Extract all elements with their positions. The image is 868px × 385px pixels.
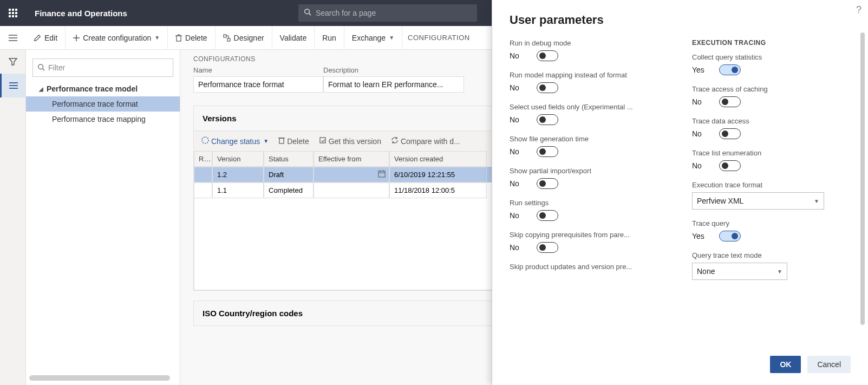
cell-status: Completed xyxy=(264,182,314,198)
toggle-field: Show file generation timeNo xyxy=(510,135,668,157)
select-value: None xyxy=(697,267,715,276)
left-rail xyxy=(0,50,26,385)
tree-item-format[interactable]: Performance trace format xyxy=(26,96,180,112)
horizontal-scrollbar[interactable] xyxy=(29,375,170,381)
execution-tracing-title: EXECUTION TRACING xyxy=(692,39,851,47)
toggle[interactable] xyxy=(537,210,558,221)
toggle[interactable] xyxy=(537,114,558,125)
field-label: Trace data access xyxy=(692,117,851,125)
cell-version: 1.1 xyxy=(212,182,264,198)
change-status-label: Change status xyxy=(211,137,260,146)
svg-rect-0 xyxy=(9,9,11,11)
svg-point-26 xyxy=(38,64,43,69)
field-label: Select used fields only (Experimental ..… xyxy=(510,103,668,111)
pencil-icon xyxy=(34,34,41,42)
delete-button[interactable]: Delete xyxy=(168,26,215,50)
trace-query-toggle[interactable] xyxy=(719,231,741,242)
edit-button[interactable]: Edit xyxy=(26,26,66,50)
status-icon xyxy=(201,136,209,146)
edit-icon xyxy=(319,136,327,146)
config-name-value[interactable]: Performance trace format xyxy=(193,76,323,93)
toggle-field: Skip copying prerequisites from pare...N… xyxy=(510,231,668,253)
tree-root[interactable]: ◢ Performance trace model xyxy=(26,81,180,96)
ok-button[interactable]: OK xyxy=(770,356,801,373)
change-status-button[interactable]: Change status ▼ xyxy=(201,136,269,146)
field-value: No xyxy=(510,147,524,156)
caret-down-icon: ◢ xyxy=(39,86,43,92)
tree-item-mapping[interactable]: Performance trace mapping xyxy=(26,112,180,127)
field-label: Collect query statistics xyxy=(692,53,851,61)
chevron-down-icon: ▼ xyxy=(154,35,160,41)
config-desc-value[interactable]: Format to learn ER performance... xyxy=(323,76,464,93)
toggle[interactable] xyxy=(719,128,741,139)
toggle[interactable] xyxy=(719,96,741,107)
toggle[interactable] xyxy=(537,178,558,189)
cell-status: Draft xyxy=(264,167,314,182)
toggle[interactable] xyxy=(537,242,558,253)
user-parameters-panel: ? User parameters Run in debug modeNoRun… xyxy=(492,0,868,385)
chevron-down-icon: ▼ xyxy=(263,138,269,144)
field-value: No xyxy=(510,83,524,92)
create-config-label: Create configuration xyxy=(83,34,151,42)
filter-input[interactable]: Filter xyxy=(32,58,173,77)
trace-query-field: Trace query Yes xyxy=(692,219,851,242)
field-value: No xyxy=(692,161,706,170)
col-status[interactable]: Status xyxy=(264,151,314,167)
toggle-field: Trace data accessNo xyxy=(692,117,851,139)
field-label: Trace access of caching xyxy=(692,85,851,93)
query-mode-select[interactable]: None ▼ xyxy=(692,263,787,280)
toggle[interactable] xyxy=(719,64,741,75)
help-icon[interactable]: ? xyxy=(856,4,862,16)
run-label: Run xyxy=(322,34,336,42)
field-label: Show partial import/export xyxy=(510,167,668,175)
field-label: Trace list enumeration xyxy=(692,149,851,157)
field-label: Skip copying prerequisites from pare... xyxy=(510,231,668,239)
cell-created: 6/10/2019 12:21:55 xyxy=(389,167,487,182)
svg-rect-7 xyxy=(12,15,14,17)
validate-button[interactable]: Validate xyxy=(272,26,315,50)
chevron-down-icon: ▼ xyxy=(389,35,394,41)
toggle-field: Select used fields only (Experimental ..… xyxy=(510,103,668,125)
col-r[interactable]: R... xyxy=(194,151,212,167)
svg-rect-1 xyxy=(12,9,14,11)
toggle[interactable] xyxy=(537,146,558,157)
exec-trace-format-select[interactable]: Perfview XML ▼ xyxy=(692,192,824,210)
create-config-button[interactable]: Create configuration ▼ xyxy=(66,26,168,50)
versions-delete-button[interactable]: Delete xyxy=(278,136,309,146)
cell-effective xyxy=(314,167,389,182)
tree-root-label: Performance trace model xyxy=(47,84,138,93)
run-button[interactable]: Run xyxy=(315,26,344,50)
col-created[interactable]: Version created xyxy=(389,151,487,167)
field-value: No xyxy=(510,211,524,220)
designer-button[interactable]: Designer xyxy=(216,26,272,50)
app-title: Finance and Operations xyxy=(26,9,136,18)
field-value: No xyxy=(510,51,524,60)
calendar-icon[interactable] xyxy=(378,170,386,179)
col-version[interactable]: Version xyxy=(212,151,264,167)
list-rail-icon[interactable] xyxy=(0,74,25,97)
field-value: No xyxy=(692,97,706,106)
filter-rail-icon[interactable] xyxy=(0,50,25,74)
trash-icon xyxy=(278,136,285,146)
compare-button[interactable]: Compare with d... xyxy=(391,136,460,146)
plus-icon xyxy=(73,35,80,41)
cancel-button[interactable]: Cancel xyxy=(807,356,851,373)
refresh-icon xyxy=(391,136,399,146)
toggle[interactable] xyxy=(719,160,741,171)
app-launcher-icon[interactable] xyxy=(0,0,26,26)
exchange-button[interactable]: Exchange ▼ xyxy=(344,26,402,50)
search-input[interactable]: Search for a page xyxy=(298,4,477,22)
svg-rect-4 xyxy=(12,12,14,14)
tree-panel: Filter ◢ Performance trace model Perform… xyxy=(26,50,180,385)
vertical-scrollbar[interactable] xyxy=(860,32,865,325)
svg-rect-3 xyxy=(9,12,11,14)
toggle[interactable] xyxy=(537,82,558,93)
chevron-down-icon: ▼ xyxy=(814,198,819,204)
chevron-down-icon: ▼ xyxy=(777,269,782,275)
svg-line-27 xyxy=(43,68,45,70)
col-effective[interactable]: Effective from xyxy=(314,151,389,167)
hamburger-icon[interactable] xyxy=(0,26,26,50)
get-version-button[interactable]: Get this version xyxy=(319,136,381,146)
flyout-left-column: Run in debug modeNoRun model mapping ins… xyxy=(510,39,668,290)
toggle[interactable] xyxy=(537,50,558,61)
